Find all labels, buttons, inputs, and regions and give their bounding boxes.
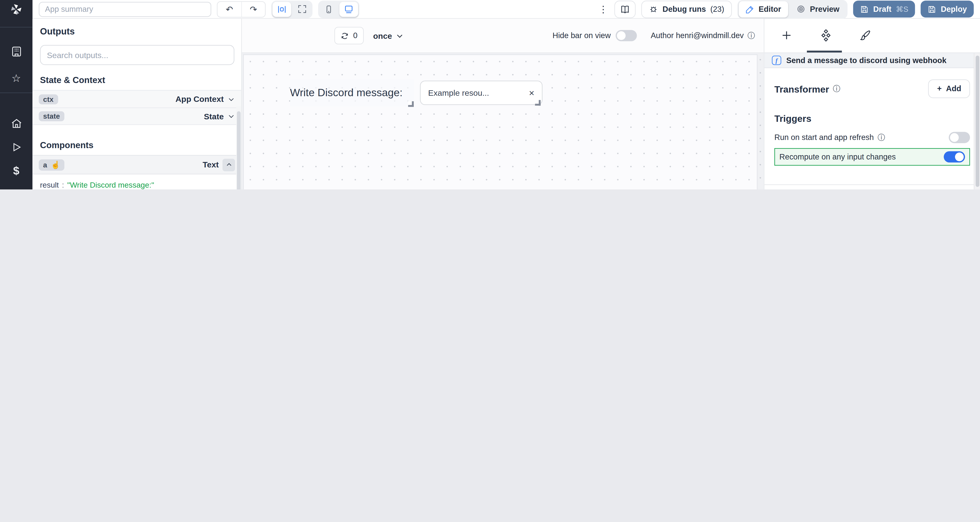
fullscreen-icon[interactable] [293, 2, 311, 17]
refresh-count-control[interactable]: 0 [334, 27, 364, 44]
insert-component-plus-icon[interactable] [781, 29, 792, 41]
undo-button[interactable]: ↶ [218, 2, 241, 17]
chevron-down-icon [396, 32, 404, 40]
add-transformer-button[interactable]: +Add [928, 80, 970, 98]
function-icon: f [772, 56, 781, 65]
redo-button[interactable]: ↷ [241, 2, 265, 17]
preview-tab[interactable]: Preview [789, 1, 846, 17]
mobile-view-button[interactable] [320, 2, 338, 17]
windmill-logo[interactable] [0, 2, 32, 18]
resource-select-component[interactable]: Example resou... × [420, 81, 542, 105]
deploy-button[interactable]: Deploy [921, 1, 974, 18]
variables-dollar-icon[interactable]: $ [0, 162, 32, 179]
chevron-up-icon[interactable] [223, 158, 235, 171]
section-divider [764, 185, 980, 185]
recompute-toggle[interactable] [944, 151, 965, 163]
rail-divider [0, 92, 32, 93]
triggers-title: Triggers [775, 113, 970, 124]
top-toolbar: ↶ ↷ ⋮ [32, 0, 980, 19]
pencil-icon [745, 5, 754, 14]
bug-icon [649, 4, 658, 14]
right-panel-tabs [764, 19, 980, 53]
active-tab-underline [807, 51, 842, 53]
text-component[interactable]: Write Discord message: [290, 80, 414, 106]
info-icon[interactable]: ⓘ [748, 30, 755, 41]
chevron-down-icon[interactable] [228, 113, 235, 120]
component-a-output: result:"Write Discord message:" loading:… [32, 175, 241, 189]
author-label: Author henri@windmill.dev [651, 31, 744, 40]
docs-book-button[interactable] [614, 0, 636, 18]
editor-tab[interactable]: Editor [739, 1, 788, 17]
outputs-scrollbar[interactable] [236, 106, 241, 189]
ctx-badge: ctx [39, 94, 58, 104]
search-outputs-input[interactable] [40, 45, 234, 65]
device-toggle-group [318, 0, 360, 18]
state-context-title: State & Context [32, 75, 241, 85]
chevron-down-icon[interactable] [228, 95, 235, 103]
hand-pointer-icon: ☝ [51, 161, 60, 169]
state-row[interactable]: state State [32, 108, 241, 125]
state-badge: state [39, 111, 64, 121]
workspace-icon[interactable] [0, 43, 32, 59]
left-nav-rail: ☆ $ ⚙ → [0, 0, 32, 189]
transformer-title: Transformer [775, 83, 829, 94]
desktop-view-button[interactable] [339, 2, 358, 17]
outputs-title: Outputs [32, 26, 241, 36]
favorites-star-icon[interactable]: ☆ [0, 70, 32, 86]
component-settings-diamonds-icon[interactable] [819, 29, 832, 43]
resources-cubes-icon[interactable] [0, 188, 32, 189]
more-options-kebab-icon[interactable]: ⋮ [598, 3, 609, 15]
windmill-app-editor: ☆ $ ⚙ → [0, 0, 980, 189]
rail-divider [0, 27, 32, 27]
undo-redo-group: ↶ ↷ [217, 1, 266, 17]
app-summary-input[interactable] [39, 2, 211, 17]
info-icon[interactable]: ⓘ [878, 132, 885, 143]
outline-layout-button[interactable] [272, 2, 291, 17]
preview-target-icon [796, 4, 805, 14]
selected-runnable-header: f Send a message to discord using webhoo… [764, 53, 980, 68]
styling-brush-icon[interactable] [859, 29, 871, 41]
info-icon[interactable]: ⓘ [833, 83, 840, 94]
hide-bar-toggle[interactable] [616, 30, 637, 41]
recompute-on-input-row: Recompute on any input changes [775, 148, 970, 166]
component-a-badge: a☝ [39, 159, 65, 170]
hide-bar-label: Hide bar on view [553, 31, 611, 40]
runs-play-icon[interactable] [0, 139, 32, 155]
app-surface[interactable]: Write Discord message: Example resou... … [243, 54, 757, 189]
app-canvas[interactable]: Write Discord message: Example resou... … [242, 53, 764, 189]
layout-toggle-group [271, 0, 313, 18]
close-icon[interactable]: × [529, 88, 534, 98]
canvas-header: 0 once Hide bar on view Author henri@win… [242, 19, 764, 53]
save-draft-button[interactable]: Draft⌘S [853, 1, 915, 18]
outputs-panel: Outputs State & Context ctx App Context … [32, 19, 242, 189]
debug-runs-button[interactable]: Debug runs(23) [641, 0, 732, 18]
save-icon [928, 5, 937, 14]
run-on-start-row: Run on start and app refresh ⓘ [775, 132, 970, 143]
editor-preview-toggle: Editor Preview [737, 0, 848, 18]
frequency-select[interactable]: once [373, 31, 404, 40]
resize-handle[interactable] [535, 100, 541, 106]
components-title: Components [32, 140, 241, 150]
resize-handle[interactable] [408, 101, 414, 107]
save-icon [860, 5, 869, 14]
home-icon[interactable] [0, 115, 32, 131]
ctx-row[interactable]: ctx App Context [32, 90, 241, 108]
settings-panel: f Send a message to discord using webhoo… [764, 19, 980, 189]
right-panel-scrollbar[interactable] [974, 53, 980, 189]
refresh-icon [341, 32, 349, 40]
canvas-section: 0 once Hide bar on view Author henri@win… [242, 19, 764, 189]
run-on-start-toggle[interactable] [949, 132, 970, 143]
component-a-header[interactable]: a☝ Text [32, 155, 241, 174]
